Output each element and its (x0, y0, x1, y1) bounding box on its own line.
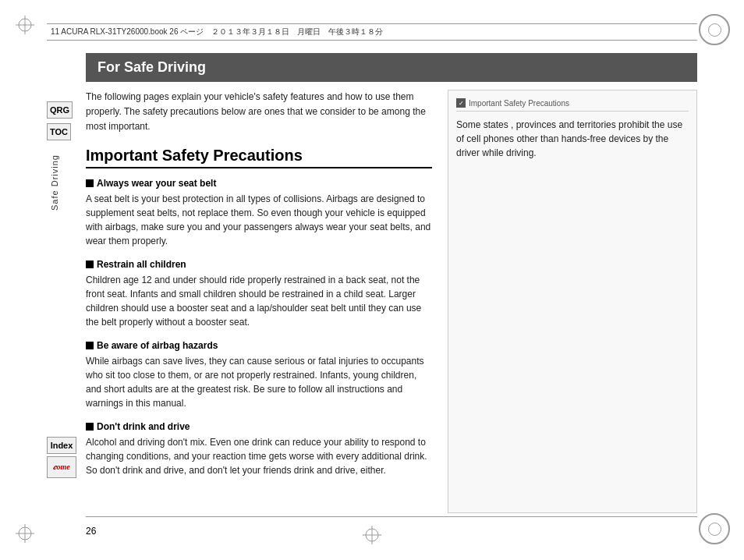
subsection-airbag-title: Be aware of airbag hazards (97, 340, 218, 351)
subsection-drink-drive-header: Don't drink and drive (86, 421, 432, 432)
safe-driving-label: Safe Driving (47, 148, 62, 211)
bullet-icon-2 (86, 261, 94, 268)
subsection-children-body: Children age 12 and under should ride pr… (86, 273, 432, 329)
crosshair-bottom-center (363, 526, 381, 544)
subsection-drink-drive: Don't drink and drive Alcohol and drivin… (86, 421, 432, 477)
subsection-children: Restrain all children Children age 12 an… (86, 259, 432, 329)
intro-paragraph: The following pages explain your vehicle… (86, 90, 432, 135)
subsection-seat-belt-title: Always wear your seat belt (97, 178, 216, 189)
page-number: 26 (86, 526, 96, 537)
subsection-drink-drive-title: Don't drink and drive (97, 421, 190, 432)
subsection-children-header: Restrain all children (86, 259, 432, 270)
bullet-icon-4 (86, 423, 94, 431)
right-panel-title: Important Safety Precautions (469, 99, 569, 108)
crosshair-top-left (16, 16, 34, 34)
subsection-drink-drive-body: Alcohol and driving don't mix. Even one … (86, 435, 432, 477)
page-header: For Safe Driving (86, 53, 697, 82)
sidebar-qrg[interactable]: QRG (47, 101, 73, 120)
bullet-icon-3 (86, 342, 94, 349)
corner-decoration-top-right (699, 14, 730, 45)
subsection-children-title: Restrain all children (97, 259, 186, 270)
meta-text: 11 ACURA RLX-31TY26000.book 26 ページ ２０１３年… (51, 27, 383, 37)
top-meta-bar: 11 ACURA RLX-31TY26000.book 26 ページ ２０１３年… (47, 23, 697, 41)
subsection-seat-belt-body: A seat belt is your best protection in a… (86, 192, 432, 248)
section-title: Important Safety Precautions (86, 147, 432, 168)
bullet-icon (86, 179, 94, 187)
main-content: The following pages explain your vehicle… (86, 90, 432, 513)
subsection-seat-belt-header: Always wear your seat belt (86, 178, 432, 189)
home-button[interactable]: 𝒄ome (47, 456, 76, 478)
subsection-seat-belt: Always wear your seat belt A seat belt i… (86, 178, 432, 248)
subsection-airbag: Be aware of airbag hazards While airbags… (86, 340, 432, 410)
toc-tab[interactable]: TOC (47, 123, 71, 140)
crosshair-bottom-left (16, 524, 34, 543)
check-icon: ✓ (456, 98, 466, 108)
index-tab[interactable]: Index (47, 437, 76, 454)
right-panel-header: ✓ Important Safety Precautions (456, 98, 689, 112)
subsection-airbag-header: Be aware of airbag hazards (86, 340, 432, 351)
bottom-divider (86, 516, 697, 517)
page-title: For Safe Driving (97, 59, 206, 75)
home-label: 𝒄ome (53, 463, 69, 472)
right-panel: ✓ Important Safety Precautions Some stat… (448, 90, 697, 513)
right-panel-body: Some states , provinces and territories … (456, 118, 689, 160)
subsection-airbag-body: While airbags can save lives, they can c… (86, 354, 432, 410)
qrg-tab[interactable]: QRG (47, 101, 73, 119)
sidebar-toc[interactable]: TOC (47, 123, 71, 142)
corner-decoration-bottom-right (699, 513, 730, 544)
